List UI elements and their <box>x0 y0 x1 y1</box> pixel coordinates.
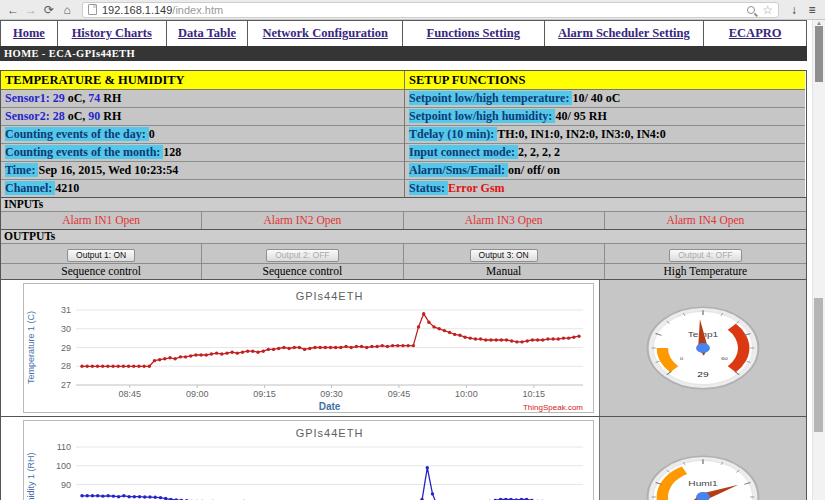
svg-text:09:00: 09:00 <box>186 389 209 399</box>
bookmark-star-icon[interactable]: ☆ <box>762 3 773 17</box>
svg-text:10:00: 10:00 <box>455 389 478 399</box>
inputs-section: INPUTs Alarm IN1 OpenAlarm IN2 OpenAlarm… <box>0 198 807 230</box>
nav-menu: HomeHistory ChartsData TableNetwork Conf… <box>0 20 807 46</box>
svg-text:110: 110 <box>57 442 71 452</box>
url-path: /index.htm <box>172 4 223 16</box>
output-mode-label: Sequence control <box>202 264 403 279</box>
status-row: Alarm/Sms/Email: on/ off/ on <box>405 162 805 180</box>
alarm-input-status: Alarm IN1 Open <box>1 212 202 229</box>
inputs-section-label: INPUTs <box>1 198 806 212</box>
svg-text:31: 31 <box>61 305 71 315</box>
status-row: Sensor2: 28 oC, 90 RH <box>1 108 404 126</box>
setup-functions-header: SETUP FUNCTIONS <box>405 71 805 90</box>
svg-text:90: 90 <box>61 480 71 490</box>
svg-text:10:15: 10:15 <box>523 389 546 399</box>
temp-gauge: 060Temp129 <box>600 280 806 416</box>
nav-item-functions-setting[interactable]: Functions Setting <box>403 21 545 46</box>
output-mode-label: High Temperature <box>605 264 806 279</box>
nav-item-data-table[interactable]: Data Table <box>167 21 249 46</box>
outputs-section: OUTPUTs Output 1: ONOutput 2: OFFOutput … <box>0 230 807 280</box>
temperature-chart: GPIs44ETHTemperature 1 (C)272829303108:4… <box>23 283 594 413</box>
svg-text:30: 30 <box>61 324 71 334</box>
url-text: 192.168.1.149/index.htm <box>102 4 747 16</box>
home-icon[interactable]: ⌂ <box>58 1 76 19</box>
status-row: Setpoint low/high humidity: 40/ 95 RH <box>405 108 805 126</box>
output-mode-label: Manual <box>404 264 605 279</box>
alarm-input-status: Alarm IN4 Open <box>605 212 806 229</box>
nav-item-network-configuration[interactable]: Network Configuration <box>248 21 403 46</box>
output-toggle-button[interactable]: Output 4: OFF <box>669 249 741 262</box>
svg-text:100: 100 <box>56 461 71 471</box>
nav-item-history-charts[interactable]: History Charts <box>58 21 167 46</box>
status-row: Setpoint low/high temperature: 10/ 40 oC <box>405 90 805 108</box>
temperature-row: GPIs44ETHTemperature 1 (C)272829303108:4… <box>0 280 807 417</box>
nav-item-home[interactable]: Home <box>1 21 58 46</box>
output-toggle-button[interactable]: Output 3: ON <box>470 249 538 262</box>
outputs-section-label: OUTPUTs <box>1 230 806 244</box>
temperature-humidity-panel: TEMPERATURE & HUMIDITY Sensor1: 29 oC, 7… <box>1 71 404 197</box>
svg-text:08:45: 08:45 <box>118 389 141 399</box>
humidity-chart: GPIs44ETHHumidity 1 (RH)70809010011008:4… <box>23 420 594 500</box>
svg-text:Humidity 1 (RH): Humidity 1 (RH) <box>26 452 36 500</box>
download-icon[interactable]: ↓ <box>785 1 803 19</box>
scrollbar[interactable]: ▲ <box>812 20 825 500</box>
nav-item-ecapro[interactable]: ECAPRO <box>704 21 806 46</box>
output-cell: Output 1: ON <box>1 244 202 263</box>
humidity-row: GPIs44ETHHumidity 1 (RH)70809010011008:4… <box>0 417 807 500</box>
status-row: Status: Error Gsm <box>405 180 805 197</box>
svg-text:27: 27 <box>61 380 71 390</box>
output-cell: Output 4: OFF <box>605 244 806 263</box>
svg-text:60: 60 <box>721 356 728 361</box>
alarm-input-status: Alarm IN2 Open <box>202 212 403 229</box>
svg-text:0: 0 <box>680 356 683 361</box>
svg-text:Date: Date <box>319 401 341 412</box>
temperature-chart-cell: GPIs44ETHTemperature 1 (C)272829303108:4… <box>1 280 600 416</box>
status-row: Time: Sep 16, 2015, Wed 10:23:54 <box>1 162 404 180</box>
breadcrumb: HOME - ECA-GPIs44ETH <box>0 46 807 61</box>
browser-toolbar: ← → ⟳ ⌂ 192.168.1.149/index.htm ☆ ↓ ≡ <box>0 0 825 20</box>
output-mode-label: Sequence control <box>1 264 202 279</box>
output-cell: Output 3: ON <box>404 244 605 263</box>
status-tables: TEMPERATURE & HUMIDITY Sensor1: 29 oC, 7… <box>0 70 807 198</box>
svg-text:29: 29 <box>61 343 71 353</box>
humidity-chart-cell: GPIs44ETHHumidity 1 (RH)70809010011008:4… <box>1 417 600 500</box>
scrollbar-thumb[interactable] <box>815 26 823 82</box>
svg-text:29: 29 <box>697 370 708 378</box>
menu-icon[interactable]: ≡ <box>803 1 821 19</box>
alarm-input-status: Alarm IN3 Open <box>404 212 605 229</box>
status-row: Counting events of the day: 0 <box>1 126 404 144</box>
reload-icon[interactable]: ⟳ <box>40 1 58 19</box>
nav-item-alarm-scheduler-setting[interactable]: Alarm Scheduler Setting <box>545 21 705 46</box>
svg-text:28: 28 <box>61 361 71 371</box>
svg-text:Temperature 1 (C): Temperature 1 (C) <box>26 311 36 384</box>
svg-text:ThingSpeak.com: ThingSpeak.com <box>523 403 583 412</box>
status-row: Input connect mode: 2, 2, 2, 2 <box>405 144 805 162</box>
svg-text:GPIs44ETH: GPIs44ETH <box>296 427 364 439</box>
output-toggle-button[interactable]: Output 1: ON <box>67 249 135 262</box>
scrollbar-thumb-inner[interactable] <box>814 298 823 432</box>
svg-text:09:30: 09:30 <box>320 389 343 399</box>
status-row: Channel: 4210 <box>1 180 404 197</box>
address-bar[interactable]: 192.168.1.149/index.htm ☆ <box>82 2 779 18</box>
forward-icon[interactable]: → <box>22 1 40 19</box>
output-toggle-button[interactable]: Output 2: OFF <box>266 249 338 262</box>
humidity-gauge: 0100Humi174 <box>600 417 806 500</box>
svg-text:GPIs44ETH: GPIs44ETH <box>296 290 364 302</box>
svg-text:09:45: 09:45 <box>388 389 411 399</box>
status-row: Tdelay (10 min): TH:0, IN1:0, IN2:0, IN3… <box>405 126 805 144</box>
svg-text:09:15: 09:15 <box>253 389 276 399</box>
temperature-humidity-header: TEMPERATURE & HUMIDITY <box>1 71 404 90</box>
zoom-page-icon[interactable] <box>747 6 755 14</box>
svg-text:Humi1: Humi1 <box>688 479 717 487</box>
status-row: Sensor1: 29 oC, 74 RH <box>1 90 404 108</box>
output-cell: Output 2: OFF <box>202 244 403 263</box>
status-row: Counting events of the month: 128 <box>1 144 404 162</box>
setup-functions-panel: SETUP FUNCTIONS Setpoint low/high temper… <box>404 71 805 197</box>
back-icon[interactable]: ← <box>4 1 22 19</box>
url-host: 192.168.1.149 <box>102 4 172 16</box>
page-icon <box>88 4 97 15</box>
